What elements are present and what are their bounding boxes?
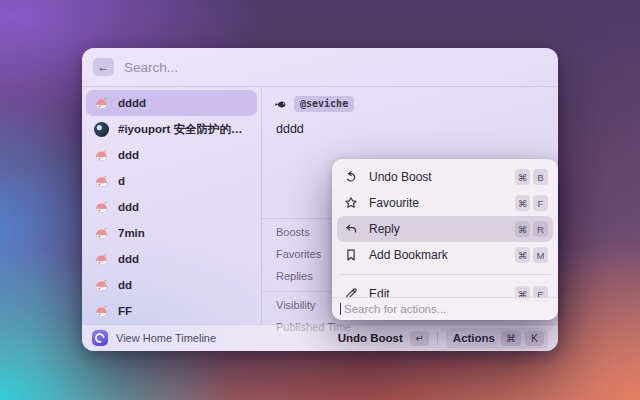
fish-icon	[274, 98, 287, 111]
letter-keycap: R	[533, 221, 548, 237]
menu-item-add-bookmark[interactable]: Add Bookmark ⌘ M	[337, 242, 553, 268]
shortcut-keys: ⌘ M	[515, 247, 548, 263]
cmd-keycap: ⌘	[515, 169, 530, 185]
list-item-label: ddd	[118, 201, 139, 213]
menu-item-reply[interactable]: Reply ⌘ R	[337, 216, 553, 242]
divider	[339, 274, 551, 275]
list-item[interactable]: FF	[86, 298, 257, 324]
list-item[interactable]: dddd	[86, 90, 257, 116]
actions-button[interactable]: Actions ⌘ K	[446, 328, 548, 349]
list-item[interactable]: #iyouport 安全防护的基本思路。…	[86, 116, 257, 142]
list-item[interactable]: 7min	[86, 220, 257, 246]
menu-item-label: Add Bookmark	[369, 248, 515, 262]
menu-item-favourite[interactable]: Favourite ⌘ F	[337, 190, 553, 216]
list-item-label: 7min	[118, 227, 145, 239]
divider	[437, 332, 438, 345]
list-item[interactable]: ddd	[86, 142, 257, 168]
list-item-label: ddd	[118, 149, 139, 161]
shortcut-keys: ⌘ R	[515, 221, 548, 237]
list-item[interactable]: ddd	[86, 246, 257, 272]
post-author: @seviche	[262, 87, 558, 112]
menu-item-undo-boost[interactable]: Undo Boost ⌘ B	[337, 164, 553, 190]
shortcut-keys: ⌘ B	[515, 169, 548, 185]
letter-keycap: M	[533, 247, 548, 263]
cmd-keycap: ⌘	[501, 331, 521, 346]
actions-menu-list: Undo Boost ⌘ B Favourite ⌘ F Reply ⌘	[332, 159, 558, 312]
post-text: dddd	[262, 112, 558, 146]
menu-item-label: Favourite	[369, 196, 515, 210]
list-item-label: d	[118, 175, 125, 187]
sushi-icon	[94, 252, 109, 267]
status-bar-title: View Home Timeline	[116, 332, 216, 344]
sushi-icon	[94, 174, 109, 189]
list-item-label: FF	[118, 305, 132, 317]
author-handle-badge: @seviche	[294, 96, 354, 112]
actions-search-input[interactable]	[342, 303, 550, 315]
cmd-keycap: ⌘	[515, 195, 530, 211]
avatar	[94, 122, 109, 137]
bookmark-icon	[344, 248, 360, 262]
cmd-keycap: ⌘	[515, 221, 530, 237]
sushi-icon	[94, 304, 109, 319]
sushi-icon	[94, 148, 109, 163]
list-item-label: dddd	[118, 97, 146, 109]
undo-icon	[344, 170, 360, 184]
star-icon	[344, 196, 360, 210]
menu-item-label: Reply	[369, 222, 515, 236]
letter-keycap: F	[533, 195, 548, 211]
list-item[interactable]: ddd	[86, 194, 257, 220]
search-input[interactable]	[124, 60, 547, 75]
return-keycap: ↵	[410, 331, 429, 346]
list-item-label: #iyouport 安全防护的基本思路。…	[118, 122, 249, 137]
reply-icon	[344, 222, 360, 236]
list-item-label: dd	[118, 279, 132, 291]
actions-search-bar	[332, 297, 558, 320]
sushi-icon	[94, 278, 109, 293]
sushi-icon	[94, 96, 109, 111]
list-item-label: ddd	[118, 253, 139, 265]
text-cursor	[340, 303, 341, 315]
sushi-icon	[94, 200, 109, 215]
menu-item-label: Undo Boost	[369, 170, 515, 184]
list-item[interactable]: d	[86, 168, 257, 194]
actions-label: Actions	[453, 332, 495, 344]
actions-menu: Undo Boost ⌘ B Favourite ⌘ F Reply ⌘	[332, 159, 558, 320]
primary-action-label: Undo Boost	[338, 332, 403, 344]
primary-action-button[interactable]: Undo Boost ↵	[338, 331, 429, 346]
status-bar: View Home Timeline Undo Boost ↵ Actions …	[82, 324, 558, 351]
letter-keycap: B	[533, 169, 548, 185]
k-keycap: K	[525, 331, 544, 346]
arrow-left-icon: ←	[98, 60, 110, 74]
search-bar: ←	[82, 48, 558, 87]
cmd-keycap: ⌘	[515, 247, 530, 263]
app-logo-icon	[92, 330, 108, 346]
back-button[interactable]: ←	[93, 58, 114, 76]
sushi-icon	[94, 226, 109, 241]
shortcut-keys: ⌘ F	[515, 195, 548, 211]
results-list: dddd #iyouport 安全防护的基本思路。… ddd d	[82, 87, 262, 324]
list-item[interactable]: dd	[86, 272, 257, 298]
